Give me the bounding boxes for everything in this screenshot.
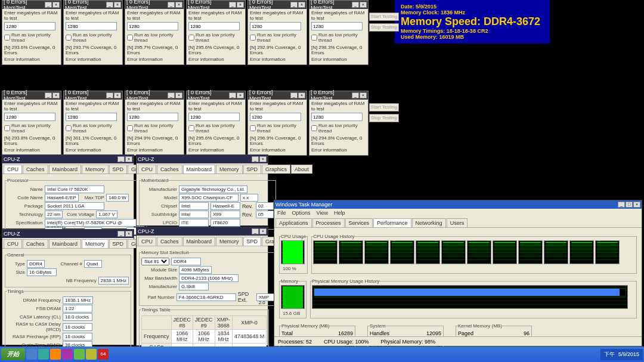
taskbar-icon[interactable] [62,349,73,360]
memtest-window[interactable]: [ 0 Errors] MemTest_× Enter megabytes of… [186,91,246,156]
start-button[interactable]: 开始 [1,348,25,360]
ram-amount-input[interactable] [4,22,55,30]
minimize-icon[interactable]: _ [352,92,359,98]
tab-caches[interactable]: Caches [157,165,182,174]
minimize-icon[interactable]: _ [229,2,236,8]
close-icon[interactable]: × [237,2,244,8]
memtest-window[interactable]: [ 0 Errors] MemTest_× Enter megabytes of… [125,91,184,156]
titlebar[interactable]: [ 0 Errors] MemTest_× [187,91,245,100]
stop-testing-button[interactable]: Stop Testing [369,23,399,32]
cpuz-cpu-window[interactable]: CPU-Z_× CPUCachesMainboardMemorySPDGraph… [2,154,134,229]
close-icon[interactable]: × [175,2,182,8]
low-priority-checkbox[interactable]: Run as low priority thread [311,32,366,43]
titlebar[interactable]: [ 0 Errors] MemTest_× [2,91,61,100]
ram-amount-input[interactable] [188,113,240,121]
stop-testing-button[interactable]: Stop Testing [369,114,399,122]
memtest-window[interactable]: [ 0 Errors] MemTest_× Enter megabytes of… [63,91,123,156]
tab-spd[interactable]: SPD [243,165,262,174]
tab-networking[interactable]: Networking [412,218,446,227]
ram-amount-input[interactable] [250,22,301,30]
cpuz-tabs[interactable]: CPUCachesMainboardMemorySPDGraphicsAbout [2,163,134,174]
low-priority-checkbox[interactable]: Run as low priority thread [188,123,243,134]
titlebar[interactable]: [ 0 Errors] MemTest_× [64,91,122,100]
slot-select[interactable]: Slot #1 [141,258,169,265]
low-priority-checkbox[interactable]: Run as low priority thread [127,123,182,134]
ram-amount-input[interactable] [4,113,55,121]
minimize-icon[interactable]: _ [168,92,175,98]
minimize-icon[interactable]: _ [229,92,236,98]
tab-graphics[interactable]: Graphics [262,165,290,174]
cpuz-spd-window[interactable]: CPU-Z_× CPUCachesMainboardMemorySPDGraph… [136,227,268,346]
low-priority-checkbox[interactable]: Run as low priority thread [311,123,366,134]
tab-cpu[interactable]: CPU [4,165,22,174]
minimize-icon[interactable]: _ [290,2,298,8]
tm-menu[interactable]: FileOptionsViewHelp [274,209,642,217]
minimize-icon[interactable]: _ [168,2,175,8]
ram-amount-input[interactable] [127,113,178,121]
close-icon[interactable]: × [633,202,640,208]
tab-memory[interactable]: Memory [82,239,109,248]
memtest-window[interactable]: [ 0 Errors] MemTest_× Enter megabytes of… [2,91,61,156]
tab-spd[interactable]: SPD [109,165,128,174]
tab-memory[interactable]: Memory [82,165,109,174]
menu-options[interactable]: Options [292,210,311,216]
memtest-window[interactable]: [ 0 Errors] MemTest_× Enter megabytes of… [247,0,307,65]
low-priority-checkbox[interactable]: Run as low priority thread [66,32,120,43]
titlebar[interactable]: [ 0 Errors] MemTest_× [248,91,306,100]
tab-memory[interactable]: Memory [216,237,243,246]
memtest-window[interactable]: [ 0 Errors] MemTest_× Enter megabytes of… [247,91,307,156]
tab-mainboard[interactable]: Mainboard [183,237,216,246]
memtest-window[interactable]: [ 0 Errors] MemTest_× Enter megabytes of… [2,0,61,65]
low-priority-checkbox[interactable]: Run as low priority thread [188,32,243,43]
titlebar[interactable]: [ 0 Errors] MemTest_× [309,1,368,9]
close-icon[interactable]: × [360,2,367,8]
memtest-window[interactable]: [ 0 Errors] MemTest_× Enter megabytes of… [186,0,246,65]
minimize-icon[interactable]: _ [290,92,298,98]
tab-mainboard[interactable]: Mainboard [49,239,82,248]
menu-view[interactable]: View [317,210,328,216]
close-icon[interactable]: × [52,2,60,8]
minimize-icon[interactable]: _ [352,2,359,8]
close-icon[interactable]: × [52,92,60,98]
titlebar[interactable]: [ 0 Errors] MemTest_× [125,91,184,100]
low-priority-checkbox[interactable]: Run as low priority thread [66,123,120,134]
low-priority-checkbox[interactable]: Run as low priority thread [4,123,59,134]
tab-about[interactable]: About [291,165,312,174]
minimize-icon[interactable]: _ [45,92,52,98]
tab-processes[interactable]: Processes [312,218,345,227]
low-priority-checkbox[interactable]: Run as low priority thread [250,123,305,134]
tab-spd[interactable]: SPD [109,239,128,248]
ram-amount-input[interactable] [311,113,363,121]
tab-cpu[interactable]: CPU [138,165,156,174]
minimize-icon[interactable]: _ [106,92,113,98]
tab-services[interactable]: Services [345,218,373,227]
titlebar[interactable]: [ 0 Errors] MemTest_× [187,1,245,9]
taskbar-icon[interactable] [74,349,85,360]
titlebar[interactable]: [ 0 Errors] MemTest_× [64,1,122,9]
close-icon[interactable]: × [298,2,305,8]
tab-mainboard[interactable]: Mainboard [183,165,216,174]
system-tray[interactable]: 下午5/9/2015 [600,349,643,360]
titlebar[interactable]: [ 0 Errors] MemTest_× [248,1,306,9]
memtest-window[interactable]: [ 0 Errors] MemTest_× Enter megabytes of… [309,91,369,156]
memtest-window[interactable]: [ 0 Errors] MemTest_× Enter megabytes of… [63,0,123,65]
tab-spd[interactable]: SPD [243,237,262,246]
tab-users[interactable]: Users [447,218,468,227]
minimize-icon[interactable]: _ [618,202,625,208]
close-icon[interactable]: × [360,92,367,98]
low-priority-checkbox[interactable]: Run as low priority thread [250,32,305,43]
close-icon[interactable]: × [298,92,305,98]
taskbar-icon[interactable] [38,349,49,360]
titlebar[interactable]: [ 0 Errors] MemTest_× [2,1,61,9]
tab-caches[interactable]: Caches [23,239,48,248]
tab-cpu[interactable]: CPU [4,239,22,248]
minimize-icon[interactable]: _ [106,2,113,8]
tab-caches[interactable]: Caches [23,165,48,174]
start-testing-button[interactable]: Start Testing [369,13,399,21]
memtest-window[interactable]: [ 0 Errors] MemTest_× Enter megabytes of… [125,0,184,65]
close-icon[interactable]: × [114,2,121,8]
windows-taskbar[interactable]: 开始 64 下午5/9/2015 [0,346,644,362]
tab-applications[interactable]: Applications [275,218,312,227]
ram-amount-input[interactable] [66,22,117,30]
tab-caches[interactable]: Caches [157,237,182,246]
